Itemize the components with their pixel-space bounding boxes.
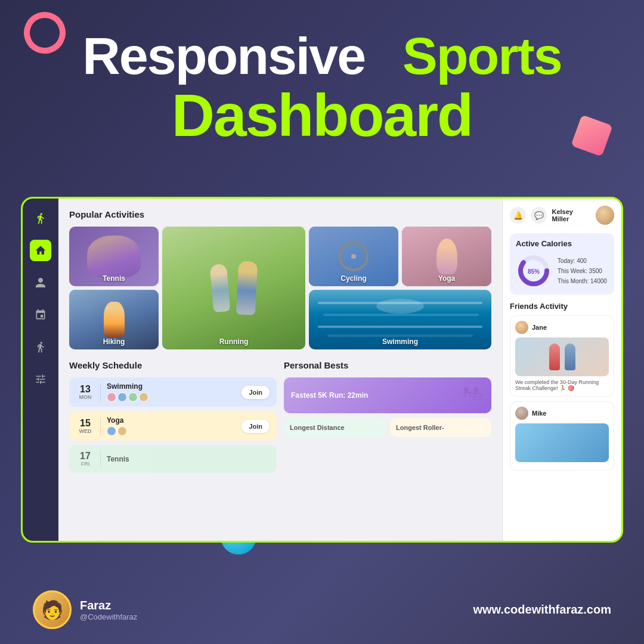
activity-card-yoga[interactable]: Yoga <box>402 227 491 286</box>
avatar-2 <box>117 392 127 402</box>
activity-card-swimming[interactable]: Swimming <box>309 290 491 349</box>
calories-section: Active Calories 85% Today: 400 This Week… <box>510 233 614 295</box>
schedule-info-0: Swimming <box>107 382 236 402</box>
join-button-1[interactable]: Join <box>242 420 270 433</box>
svg-text:85%: 85% <box>528 268 540 275</box>
title-dashboard: Dashboard <box>36 82 608 148</box>
brand-handle: @Codewithfaraz <box>80 612 137 621</box>
cycling-label: Cycling <box>309 274 398 283</box>
friend-photo-mike <box>515 423 609 462</box>
swimming-label: Swimming <box>309 338 491 346</box>
title-line1: Responsive Sports <box>36 30 608 82</box>
activities-grid: Tennis Running <box>69 227 491 349</box>
pb-icon-run <box>460 385 484 406</box>
popular-activities-title: Popular Activities <box>69 209 491 219</box>
brand-avatar: 🧑 <box>33 590 72 629</box>
brand-left: 🧑 Faraz @Codewithfaraz <box>33 590 137 629</box>
donut-chart: 85% <box>516 253 552 289</box>
sidebar-item-person[interactable] <box>30 272 51 293</box>
run-fig-1 <box>549 343 560 370</box>
schedule-item-2[interactable]: 17 FRI Tennis <box>69 445 277 473</box>
sidebar-item-home[interactable] <box>30 240 51 261</box>
calories-title: Active Calories <box>516 239 608 248</box>
friend-card-jane: Jane We completed the 30-Day Running Str… <box>510 315 614 397</box>
schedule-divider-2 <box>100 450 101 468</box>
schedule-avatars-1 <box>107 426 236 436</box>
left-panel: Popular Activities Tennis <box>58 199 502 541</box>
activity-card-hiking[interactable]: Hiking <box>69 290 159 349</box>
message-icon[interactable]: 💬 <box>531 207 547 224</box>
avatar-1b <box>107 426 116 436</box>
activity-card-cycling[interactable]: Cycling <box>309 227 398 286</box>
schedule-info-2: Tennis <box>107 455 270 463</box>
yoga-label: Yoga <box>402 274 491 283</box>
personal-bests: Personal Bests Fastest 5K Run: 22min <box>284 360 491 478</box>
hiking-label: Hiking <box>69 338 159 346</box>
brand-info: Faraz @Codewithfaraz <box>80 599 137 621</box>
main-content: Popular Activities Tennis <box>58 199 621 541</box>
running-label: Running <box>162 338 305 346</box>
pb-card-0[interactable]: Fastest 5K Run: 22min <box>284 377 491 413</box>
brand-url: www.codewithfaraz.com <box>473 603 611 617</box>
schedule-date-2: 17 FRI <box>76 451 94 467</box>
title-sports: Sports <box>402 26 562 85</box>
weekly-schedule-title: Weekly Schedule <box>69 360 277 370</box>
right-panel: 🔔 💬 Kelsey Miller Active Calories 85% <box>502 199 621 541</box>
friend-avatar-mike <box>515 407 528 420</box>
pb-card-2[interactable]: Longest Roller- <box>390 418 491 437</box>
avatar-1 <box>107 392 116 402</box>
friend-mike-row: Mike <box>515 407 609 420</box>
running-figures <box>549 343 575 370</box>
brand-name: Faraz <box>80 599 137 612</box>
join-button-0[interactable]: Join <box>242 386 270 399</box>
sidebar-item-calendar[interactable] <box>30 304 51 326</box>
friend-card-mike: Mike <box>510 401 614 470</box>
weekly-schedule: Weekly Schedule 13 MON Swimming <box>69 360 277 478</box>
schedule-info-1: Yoga <box>107 416 236 436</box>
avatar-2b <box>117 426 127 436</box>
personal-bests-title: Personal Bests <box>284 360 491 370</box>
schedule-date-1: 15 WED <box>76 419 94 434</box>
notification-icon[interactable]: 🔔 <box>510 207 526 224</box>
user-avatar[interactable] <box>596 206 614 225</box>
friends-title: Friends Activity <box>510 302 614 311</box>
avatar-3 <box>128 392 138 402</box>
branding: 🧑 Faraz @Codewithfaraz www.codewithfaraz… <box>0 590 644 629</box>
calories-content: 85% Today: 400 This Week: 3500 This Mont… <box>516 253 608 289</box>
avatar-4 <box>139 392 148 402</box>
schedule-divider-1 <box>100 417 101 435</box>
activity-card-running[interactable]: Running <box>162 227 305 349</box>
friend-jane-row: Jane <box>515 321 609 334</box>
dashboard-wrapper: Popular Activities Tennis <box>21 197 623 543</box>
schedule-divider <box>100 383 101 401</box>
lower-sections: Weekly Schedule 13 MON Swimming <box>69 360 491 478</box>
schedule-item-1[interactable]: 15 WED Yoga Join <box>69 411 277 441</box>
sidebar <box>23 199 58 541</box>
sidebar-item-activity[interactable] <box>30 336 51 358</box>
user-name: Kelsey Miller <box>552 208 590 222</box>
title-area: Responsive Sports Dashboard <box>0 30 644 148</box>
activity-card-tennis[interactable]: Tennis <box>69 227 159 286</box>
schedule-avatars-0 <box>107 392 236 402</box>
sidebar-item-settings[interactable] <box>30 369 51 390</box>
friend-photo-jane <box>515 338 609 376</box>
friend-caption-jane: We completed the 30-Day Running Streak C… <box>515 379 609 391</box>
friend-avatar-jane <box>515 321 528 334</box>
tennis-label: Tennis <box>69 274 159 283</box>
pb-text-0: Fastest 5K Run: 22min <box>291 391 368 400</box>
friend-name-jane: Jane <box>532 324 547 331</box>
friend-name-mike: Mike <box>532 410 546 417</box>
schedule-date-0: 13 MON <box>76 385 94 400</box>
sidebar-item-run[interactable] <box>30 208 51 229</box>
title-responsive: Responsive <box>82 26 365 85</box>
header-row: 🔔 💬 Kelsey Miller <box>510 206 614 225</box>
calories-stats: Today: 400 This Week: 3500 This Month: 1… <box>558 256 607 286</box>
pb-card-1[interactable]: Longest Distance <box>284 418 385 437</box>
schedule-item-0[interactable]: 13 MON Swimming <box>69 377 277 407</box>
run-fig-2 <box>565 343 575 370</box>
